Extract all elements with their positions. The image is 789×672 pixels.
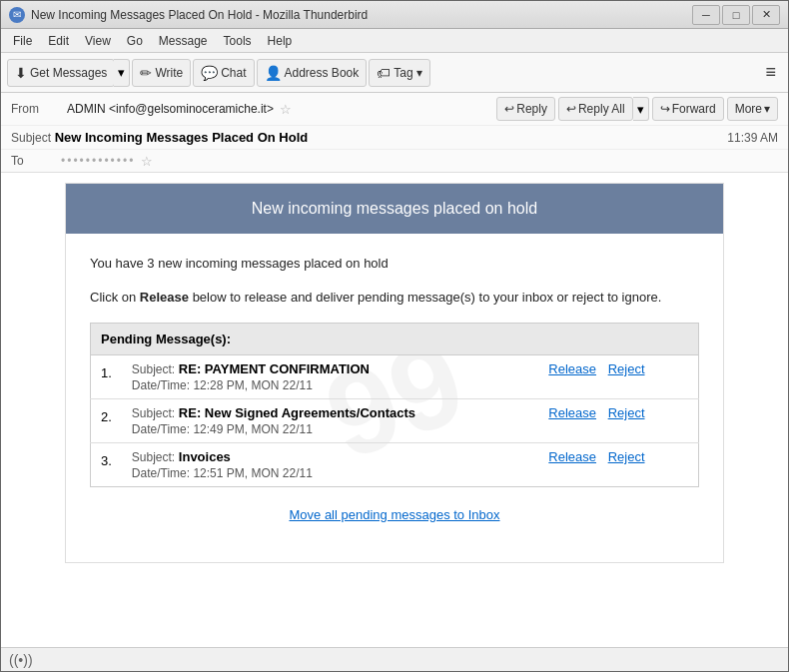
address-book-button[interactable]: 👤 Address Book <box>257 59 368 87</box>
msg-actions-2: Release Reject <box>538 399 698 443</box>
msg-num-label-3: 3. <box>101 453 112 468</box>
subject-value: New Incoming Messages Placed On Hold <box>55 130 309 145</box>
chat-icon: 💬 <box>201 65 218 81</box>
minimize-button[interactable]: ─ <box>692 5 720 25</box>
msg-detail-2: Subject: RE: New Signed Agreements/Conta… <box>122 399 538 443</box>
tag-icon: 🏷 <box>377 65 391 81</box>
release-link-3[interactable]: Release <box>548 449 596 464</box>
release-link-2[interactable]: Release <box>548 405 596 420</box>
msg-actions-3: Release Reject <box>538 443 698 487</box>
tag-label: Tag <box>394 66 412 80</box>
msg-subject-row-2: Subject: RE: New Signed Agreements/Conta… <box>132 405 528 420</box>
msg-datetime-row-3: Date/Time: 12:51 PM, MON 22/11 <box>132 466 528 480</box>
intro-text: You have 3 new incoming messages placed … <box>90 254 699 274</box>
address-book-label: Address Book <box>285 66 360 80</box>
email-body: New incoming messages placed on hold 99 … <box>65 183 724 563</box>
subject-label-1: Subject: <box>132 362 175 376</box>
get-messages-dropdown[interactable]: ▾ <box>114 59 130 87</box>
msg-subject-2: RE: New Signed Agreements/Contacts <box>179 405 415 420</box>
msg-subject-row-1: Subject: RE: PAYMENT CONFIRMATION <box>132 361 528 376</box>
window-title: New Incoming Messages Placed On Hold - M… <box>31 8 368 22</box>
forward-button[interactable]: ↪ Forward <box>652 97 724 121</box>
pending-header-cell: Pending Message(s): <box>91 324 699 355</box>
close-button[interactable]: ✕ <box>752 5 780 25</box>
datetime-value-1: 12:28 PM, MON 22/11 <box>193 378 312 392</box>
table-row: 3. Subject: Invoices Date/Time: 12:51 PM… <box>91 443 699 487</box>
chat-button[interactable]: 💬 Chat <box>193 59 254 87</box>
chat-label: Chat <box>221 66 246 80</box>
subject-row: Subject New Incoming Messages Placed On … <box>1 126 788 150</box>
datetime-label-2: Date/Time: <box>132 422 190 436</box>
from-row: From ADMIN <info@gelsominoceramiche.it> … <box>1 93 788 126</box>
release-link-1[interactable]: Release <box>548 361 596 376</box>
menu-bar: File Edit View Go Message Tools Help <box>1 29 788 53</box>
tag-dropdown-arrow: ▾ <box>416 66 422 80</box>
from-info: From ADMIN <info@gelsominoceramiche.it> … <box>11 102 292 117</box>
menu-view[interactable]: View <box>77 32 119 50</box>
menu-go[interactable]: Go <box>119 32 151 50</box>
reply-all-label: Reply All <box>578 102 625 116</box>
write-label: Write <box>155 66 183 80</box>
hamburger-menu[interactable]: ≡ <box>759 60 782 85</box>
get-messages-button[interactable]: ⬇ Get Messages <box>7 59 115 87</box>
to-label: To <box>11 154 61 168</box>
write-button[interactable]: ✏ Write <box>132 59 191 87</box>
menu-help[interactable]: Help <box>260 32 301 50</box>
more-dropdown-arrow: ▾ <box>764 102 770 116</box>
tag-button[interactable]: 🏷 Tag ▾ <box>369 59 429 87</box>
reply-label: Reply <box>516 102 547 116</box>
reject-link-1[interactable]: Reject <box>608 361 645 376</box>
subject-label: Subject <box>11 131 51 145</box>
pending-table-header: Pending Message(s): <box>91 324 699 355</box>
maximize-button[interactable]: □ <box>722 5 750 25</box>
msg-subject-1: RE: PAYMENT CONFIRMATION <box>179 361 370 376</box>
write-icon: ✏ <box>140 65 152 81</box>
app-icon: ✉ <box>9 7 25 23</box>
datetime-value-3: 12:51 PM, MON 22/11 <box>193 466 312 480</box>
forward-icon: ↪ <box>660 102 670 116</box>
menu-message[interactable]: Message <box>151 32 216 50</box>
from-value: ADMIN <info@gelsominoceramiche.it> <box>67 102 274 116</box>
email-content: 99 You have 3 new incoming messages plac… <box>66 234 723 562</box>
msg-detail-1: Subject: RE: PAYMENT CONFIRMATION Date/T… <box>122 355 538 399</box>
to-row: To •••••••••••• ☆ <box>1 150 788 172</box>
email-timestamp: 11:39 AM <box>727 131 778 145</box>
subject-info: Subject New Incoming Messages Placed On … <box>11 130 308 145</box>
instruction-text: Click on Release below to release and de… <box>90 288 699 308</box>
status-icon: ((•)) <box>9 652 33 668</box>
banner-text: New incoming messages placed on hold <box>252 200 537 217</box>
msg-num-1: 1. <box>91 355 122 399</box>
move-all-link[interactable]: Move all pending messages to Inbox <box>289 507 499 522</box>
window-controls: ─ □ ✕ <box>692 5 780 25</box>
more-button[interactable]: More ▾ <box>727 97 778 121</box>
email-body-area[interactable]: New incoming messages placed on hold 99 … <box>1 173 788 647</box>
star-icon[interactable]: ☆ <box>280 102 292 117</box>
datetime-value-2: 12:49 PM, MON 22/11 <box>193 422 312 436</box>
table-row: 2. Subject: RE: New Signed Agreements/Co… <box>91 399 699 443</box>
reply-button[interactable]: ↩ Reply <box>496 97 555 121</box>
toolbar: ⬇ Get Messages ▾ ✏ Write 💬 Chat 👤 Addres… <box>1 53 788 93</box>
table-row: 1. Subject: RE: PAYMENT CONFIRMATION Dat… <box>91 355 699 399</box>
to-star-icon[interactable]: ☆ <box>141 154 153 169</box>
datetime-label-1: Date/Time: <box>132 378 190 392</box>
msg-actions-1: Release Reject <box>538 355 698 399</box>
main-window: ✉ New Incoming Messages Placed On Hold -… <box>0 0 789 672</box>
msg-num-3: 3. <box>91 443 122 487</box>
msg-datetime-row-1: Date/Time: 12:28 PM, MON 22/11 <box>132 378 528 392</box>
from-label: From <box>11 102 61 116</box>
title-bar-left: ✉ New Incoming Messages Placed On Hold -… <box>9 7 368 23</box>
reply-all-button[interactable]: ↩ Reply All <box>558 97 633 121</box>
reply-all-dropdown[interactable]: ▾ <box>633 97 649 121</box>
menu-tools[interactable]: Tools <box>216 32 260 50</box>
msg-datetime-row-2: Date/Time: 12:49 PM, MON 22/11 <box>132 422 528 436</box>
datetime-label-3: Date/Time: <box>132 466 190 480</box>
menu-file[interactable]: File <box>5 32 40 50</box>
reject-link-3[interactable]: Reject <box>608 449 645 464</box>
msg-subject-3: Invoices <box>179 449 231 464</box>
email-header: From ADMIN <info@gelsominoceramiche.it> … <box>1 93 788 173</box>
reject-link-2[interactable]: Reject <box>608 405 645 420</box>
forward-label: Forward <box>672 102 716 116</box>
email-actions: ↩ Reply ↩ Reply All ▾ ↪ Forward More ▾ <box>496 97 778 121</box>
menu-edit[interactable]: Edit <box>40 32 77 50</box>
address-book-icon: 👤 <box>265 65 282 81</box>
